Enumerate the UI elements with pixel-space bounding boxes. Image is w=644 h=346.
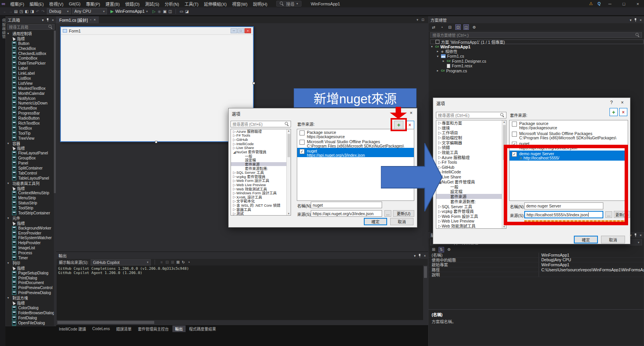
close-button[interactable]: ×	[633, 2, 642, 6]
property-pages-icon[interactable]: ⚙	[446, 247, 452, 252]
source-checkbox[interactable]: ✓	[300, 149, 305, 154]
menu-item-10[interactable]: 工具(T)	[182, 0, 201, 8]
options-tree-item[interactable]: ▷測試	[231, 211, 291, 216]
toolbox-item[interactable]: PageSetupDialog	[6, 271, 56, 276]
toolbox-item[interactable]: CheckedListBox	[6, 51, 56, 56]
toolbox-section-6[interactable]: ▾對話方塊	[6, 295, 56, 300]
go-to-previous-message-icon[interactable]: ⊟	[164, 260, 170, 265]
toolbox-item[interactable]: ProgressBar	[6, 111, 56, 116]
toolbox-item[interactable]: MaskedTextBox	[6, 86, 56, 91]
output-source-dropdown[interactable]: GitHub Copilot▾	[91, 259, 151, 265]
pin-icon[interactable]	[634, 18, 637, 22]
toolbox-item[interactable]: DateTimePicker	[6, 61, 56, 66]
output-horizontal-scrollbar[interactable]	[57, 320, 428, 325]
toolbox-item[interactable]: 指標	[6, 36, 56, 41]
close-icon[interactable]: ×	[640, 233, 642, 237]
expander-icon[interactable]: ▷	[232, 129, 236, 134]
expander-icon[interactable]: ▷	[232, 195, 236, 199]
pending-changes-filter-icon[interactable]: ◔	[439, 24, 444, 30]
window-position-icon[interactable]: ▾	[630, 18, 632, 22]
toolbox-item[interactable]: CheckBox	[6, 46, 56, 51]
toolbox-item[interactable]: SaveFileDialog	[6, 325, 56, 326]
panel-tab-套件管理員主控台[interactable]: 套件管理員主控台	[135, 325, 172, 332]
toolbox-item[interactable]: ErrorProvider	[6, 231, 56, 236]
toolbox-search-input[interactable]: 搜尋工具箱	[7, 24, 55, 30]
expander-icon[interactable]: ▷	[232, 211, 236, 216]
options-tree-item[interactable]: ▷Web 效能測試工具	[436, 223, 506, 228]
word-wrap-icon[interactable]: ↻	[181, 260, 186, 265]
source-checkbox[interactable]	[512, 132, 517, 137]
go-to-next-message-icon[interactable]: ⊞	[170, 260, 175, 265]
expander-icon[interactable]: ▷	[232, 146, 236, 150]
tree-scrollbar[interactable]: ▴ ▾	[286, 129, 291, 215]
save-icon[interactable]: ◧	[24, 9, 29, 14]
expander-icon[interactable]: ▷	[232, 191, 236, 195]
source-field[interactable]: https://api.nuget.org/v3/index.json	[311, 210, 382, 217]
toolbox-item[interactable]: GroupBox	[6, 156, 56, 161]
toolbox-item[interactable]: FileSystemWatcher	[6, 236, 56, 241]
options-tree-item[interactable]: ▷Azure 服務驗證	[231, 129, 291, 134]
panel-tab-輸出[interactable]: 輸出	[172, 325, 186, 332]
toolbox-item[interactable]: OpenFileDialog	[6, 320, 56, 325]
preview-icon[interactable]: ◪	[184, 9, 189, 14]
toolbox-item[interactable]: ImageList	[6, 245, 56, 250]
float-icon[interactable]: ⊡	[421, 18, 424, 22]
toolbox-item[interactable]: Timer	[6, 255, 56, 260]
window-position-icon[interactable]: ▾	[414, 254, 416, 258]
toolbox-item[interactable]: ListView	[6, 81, 56, 86]
expander-icon[interactable]: ▷	[232, 207, 236, 211]
expander-icon[interactable]: ▷	[232, 178, 236, 183]
platform-dropdown[interactable]: Any CPU▾	[72, 8, 107, 14]
toolbox-item[interactable]: PrintDocument	[6, 281, 56, 286]
panel-tab-錯誤清單[interactable]: 錯誤清單	[114, 325, 134, 332]
find-in-files-icon[interactable]: ◫	[167, 9, 173, 14]
options-search-input[interactable]: 搜尋選項 (Ctrl+E)	[436, 112, 506, 118]
toolbox-item[interactable]: TextBox	[6, 126, 56, 131]
menu-item-11[interactable]: 延伸模組(X)	[201, 0, 229, 8]
output-vertical-scrollbar[interactable]	[423, 265, 428, 320]
start-without-debugging-icon[interactable]: ▷	[151, 9, 157, 14]
cancel-button[interactable]: 取消	[601, 236, 625, 243]
clear-all-icon[interactable]: ⊠	[175, 260, 181, 265]
property-row[interactable]: 使用中的組態Debug|Any CPU	[429, 258, 644, 263]
toolbox-item[interactable]: ToolStrip	[6, 206, 56, 211]
expander-icon[interactable]: ▷	[438, 130, 442, 135]
time-icon[interactable]: ◔	[186, 260, 191, 265]
expander-icon[interactable]: ▸	[436, 69, 439, 72]
toolbox-item[interactable]: PrintDialog	[6, 276, 56, 281]
document-tab-form1[interactable]: Form1.cs [設計] ◦ ×	[56, 16, 99, 23]
expander-icon[interactable]: ▸	[436, 50, 439, 53]
document-well-dropdown-icon[interactable]: ▾	[417, 18, 418, 22]
debug-target-dropdown[interactable]: Debug▾	[47, 8, 71, 14]
remove-source-button[interactable]: ×	[619, 108, 627, 116]
output-log[interactable]: GitHub Copilot Completions 1.206.0.0 (v1…	[57, 265, 428, 320]
toolbox-item[interactable]: ToolTip	[6, 131, 56, 136]
show-all-files-icon[interactable]: ⊡	[455, 24, 461, 30]
menu-item-8[interactable]: 測試(S)	[142, 0, 162, 8]
expander-icon[interactable]: ▷	[232, 174, 236, 178]
property-row[interactable]: 啟始專案WinFormsApp1	[429, 262, 644, 267]
options-tree-item[interactable]: ▷Web Form 設計工具	[231, 178, 291, 183]
options-tree-item[interactable]: ◢NuGet 套件管理員	[436, 179, 506, 184]
toolbox-item[interactable]: Button	[6, 41, 56, 46]
expander-icon[interactable]: ▸	[442, 59, 445, 63]
sync-with-active-document-icon[interactable]: ⇄	[431, 24, 436, 30]
menu-item-7[interactable]: 偵錯(D)	[122, 0, 142, 8]
solution-explorer-search-input[interactable]: 搜尋方案總管 (Ctrl+;)	[430, 32, 642, 38]
toolbox-item[interactable]: ToolStripContainer	[6, 211, 56, 216]
navigate-forward-icon[interactable]: →	[8, 9, 13, 14]
toolbox-scrollbar[interactable]	[54, 31, 56, 326]
expander-icon[interactable]: ▷	[438, 135, 442, 140]
menu-item-3[interactable]: 檢視(V)	[46, 0, 66, 8]
close-tab-icon[interactable]: ×	[94, 18, 96, 22]
solution-tree-item[interactable]: ▸C#Form1.Designer.cs	[430, 59, 644, 63]
toolbox-item[interactable]: PrintPreviewDialog	[6, 290, 56, 295]
expander-icon[interactable]: ▷	[232, 203, 236, 207]
expander-icon[interactable]: ▷	[438, 125, 442, 130]
close-icon[interactable]: ×	[640, 18, 642, 22]
ok-button[interactable]: 確定	[574, 236, 598, 243]
toolbox-item[interactable]: NotifyIcon	[6, 96, 56, 101]
search-box[interactable]: 搜尋 ▾	[276, 1, 301, 7]
cancel-button[interactable]: 取消	[390, 218, 413, 225]
options-search-input[interactable]: 搜尋選項 (Ctrl+E)	[231, 121, 291, 127]
